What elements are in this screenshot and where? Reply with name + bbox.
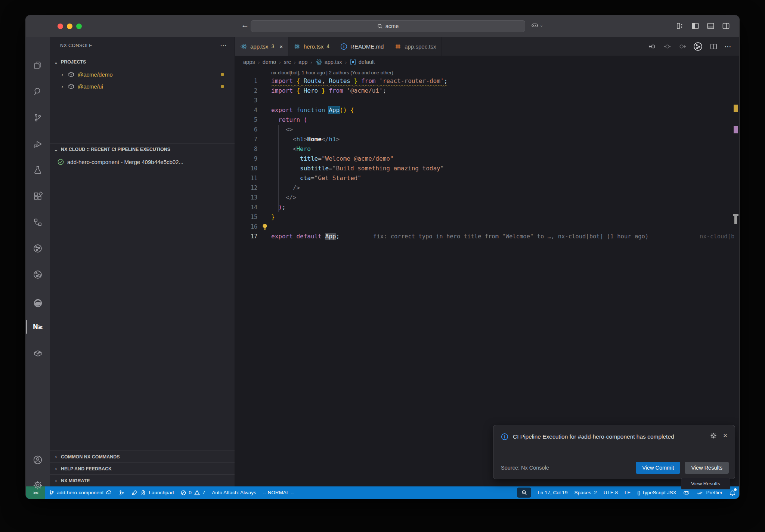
- git-blame-codelens[interactable]: nx-cloud[bot], 1 hour ago | 2 authors (Y…: [271, 70, 739, 75]
- notification-source: Source: Nx Console: [501, 465, 549, 471]
- code-line-4[interactable]: 4export function App() {: [235, 105, 739, 115]
- tab-app.spec.tsx[interactable]: app.spec.tsx: [389, 37, 442, 56]
- minimize-window-button[interactable]: [67, 24, 72, 29]
- settings-gear-icon[interactable]: [26, 476, 50, 494]
- editor-area: app.tsx3×hero.tsx4README.mdapp.spec.tsx …: [235, 37, 739, 486]
- previous-change-icon[interactable]: [648, 42, 657, 51]
- breadcrumb-item-default[interactable]: default: [350, 59, 375, 65]
- maximize-window-button[interactable]: [76, 24, 82, 29]
- nx-cloud-view-icon[interactable]: [26, 266, 50, 284]
- explorer-icon[interactable]: [26, 56, 50, 74]
- notification-toast: CI Pipeline Execution for #add-hero-comp…: [493, 425, 735, 479]
- nx-console-icon[interactable]: N≥: [26, 318, 50, 336]
- screen-zoom-indicator[interactable]: [517, 488, 531, 498]
- code-line-5[interactable]: 5 return (: [235, 115, 739, 125]
- breadcrumb-item-apps[interactable]: apps: [243, 59, 255, 65]
- run-target-icon[interactable]: [693, 41, 703, 52]
- toggle-panel-icon[interactable]: [706, 21, 716, 31]
- code-line-1[interactable]: 1import { Route, Routes } from 'react-ro…: [235, 76, 739, 86]
- sidebar-more-actions-icon[interactable]: ⋯: [220, 41, 227, 50]
- history-back-button[interactable]: ←: [239, 21, 251, 30]
- close-window-button[interactable]: [58, 24, 63, 29]
- project-row-acme-ui[interactable]: › @acme/ui: [50, 80, 235, 92]
- code-line-15[interactable]: 15}: [235, 212, 739, 222]
- breadcrumb-item-app.tsx[interactable]: app.tsx: [315, 59, 342, 66]
- section-header-projects[interactable]: ⌄ PROJECTS: [50, 56, 235, 68]
- run-and-debug-icon[interactable]: [26, 135, 50, 153]
- eol-item[interactable]: LF: [621, 486, 634, 499]
- auto-attach-item[interactable]: Auto Attach: Always: [208, 486, 260, 499]
- container-tools-icon[interactable]: [26, 344, 50, 362]
- more-actions-icon[interactable]: ⋯: [724, 42, 732, 51]
- next-change-icon[interactable]: [678, 42, 687, 51]
- indentation-item[interactable]: Spaces: 2: [571, 486, 600, 499]
- chevron-right-icon: ›: [60, 72, 65, 77]
- edge-browser-icon[interactable]: [26, 294, 50, 312]
- code-line-7[interactable]: 7 <h1>Home</h1>: [235, 134, 739, 144]
- toggle-primary-sidebar-icon[interactable]: [690, 21, 700, 31]
- breadcrumb: apps›demo›src›app›app.tsx›default: [235, 56, 739, 68]
- notification-settings-gear-icon[interactable]: [710, 432, 717, 442]
- breadcrumb-item-src[interactable]: src: [284, 59, 291, 65]
- command-center-search[interactable]: acme: [251, 20, 525, 32]
- pipeline-execution-row[interactable]: add-hero-component - Merge 409b44e5cb02.…: [50, 156, 235, 168]
- vim-mode-item[interactable]: -- NORMAL --: [260, 486, 297, 499]
- breadcrumb-item-app[interactable]: app: [298, 59, 307, 65]
- tab-hero.tsx[interactable]: hero.tsx4: [288, 37, 335, 56]
- publish-cloud-icon: [106, 489, 112, 496]
- code-editor[interactable]: nx-cloud[bot], 1 hour ago | 2 authors (Y…: [235, 68, 739, 486]
- tab-README.md[interactable]: README.md: [335, 37, 389, 56]
- copilot-menu-button[interactable]: ⌄: [531, 21, 543, 29]
- code-line-11[interactable]: 11 cta="Get Started": [235, 173, 739, 183]
- code-line-13[interactable]: 13 </>: [235, 193, 739, 202]
- language-mode-item[interactable]: {} TypeScript JSX: [634, 486, 680, 499]
- view-commit-button[interactable]: View Commit: [636, 462, 680, 474]
- nx-graph-icon[interactable]: [26, 239, 50, 257]
- project-row-acme-demo[interactable]: › @acme/demo: [50, 68, 235, 80]
- testing-icon[interactable]: [26, 161, 50, 179]
- lightbulb-icon[interactable]: [261, 223, 268, 230]
- project-graph-icon[interactable]: [26, 213, 50, 231]
- notification-close-icon[interactable]: ×: [723, 432, 727, 442]
- tab-badge: 3: [271, 43, 274, 49]
- view-results-button[interactable]: View Results: [685, 462, 729, 474]
- search-view-icon[interactable]: [26, 83, 50, 100]
- source-control-icon[interactable]: [26, 109, 50, 127]
- launchpad-item[interactable]: Launchpad: [128, 486, 177, 499]
- git-branch-item[interactable]: add-hero-component: [45, 486, 115, 499]
- change-icon[interactable]: [663, 42, 672, 51]
- encoding-item[interactable]: UTF-8: [600, 486, 621, 499]
- code-line-10[interactable]: 10 subtitle="Build something amazing tod…: [235, 164, 739, 173]
- info-icon: [501, 433, 508, 442]
- code-line-2[interactable]: 2import { Hero } from '@acme/ui';: [235, 86, 739, 96]
- split-editor-icon[interactable]: [709, 42, 718, 51]
- section-header-nx-cloud[interactable]: ⌄ NX CLOUD :: RECENT CI PIPELINE EXECUTI…: [50, 144, 235, 155]
- customize-layout-icon[interactable]: [675, 21, 685, 31]
- cursor-position-item[interactable]: Ln 17, Col 19: [534, 486, 571, 499]
- toggle-secondary-sidebar-icon[interactable]: [721, 21, 731, 31]
- tab-app.tsx[interactable]: app.tsx3×: [235, 37, 288, 56]
- overview-cursor-mark: [733, 214, 738, 224]
- code-line-6[interactable]: 6 <>: [235, 125, 739, 134]
- code-line-17[interactable]: 17export default App;fix: correct typo i…: [235, 232, 739, 241]
- breadcrumb-item-demo[interactable]: demo: [263, 59, 276, 65]
- extensions-icon[interactable]: [26, 187, 50, 205]
- code-line-9[interactable]: 9 title="Welcome @acme/demo": [235, 154, 739, 164]
- problems-item[interactable]: 0 7: [177, 486, 208, 499]
- section-header-common-nx-commands[interactable]: › COMMON NX COMMANDS: [50, 451, 235, 463]
- close-tab-icon[interactable]: ×: [279, 43, 283, 50]
- code-line-14[interactable]: 14 );: [235, 202, 739, 212]
- overview-warning-mark: [734, 105, 738, 112]
- section-header-help-and-feedback[interactable]: › HELP AND FEEDBACK: [50, 463, 235, 474]
- copilot-icon: [683, 489, 690, 496]
- code-line-8[interactable]: 8 <Hero: [235, 144, 739, 154]
- account-icon[interactable]: [26, 451, 50, 469]
- react-blue-icon: [315, 59, 322, 66]
- code-line-16[interactable]: 16: [235, 222, 739, 232]
- warnings-count: 7: [202, 490, 205, 495]
- section-header-nx-migrate[interactable]: › NX MIGRATE: [50, 474, 235, 486]
- code-line-3[interactable]: 3: [235, 96, 739, 105]
- git-graph-item[interactable]: [115, 486, 128, 499]
- code-line-12[interactable]: 12 />: [235, 183, 739, 193]
- tab-badge: 4: [326, 43, 329, 49]
